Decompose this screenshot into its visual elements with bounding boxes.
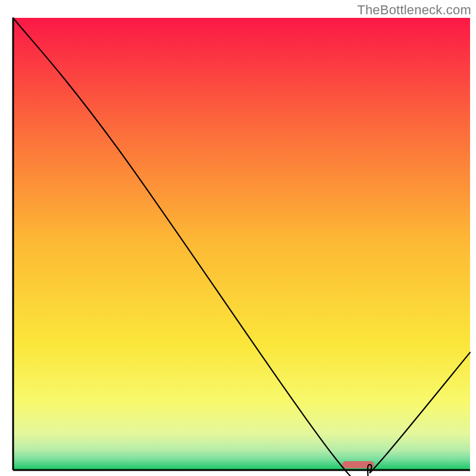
chart-wrap: TheBottleneck.com <box>0 0 476 476</box>
plot-background <box>13 18 470 470</box>
bottleneck-curve-chart <box>0 0 476 476</box>
watermark-label: TheBottleneck.com <box>357 2 471 18</box>
